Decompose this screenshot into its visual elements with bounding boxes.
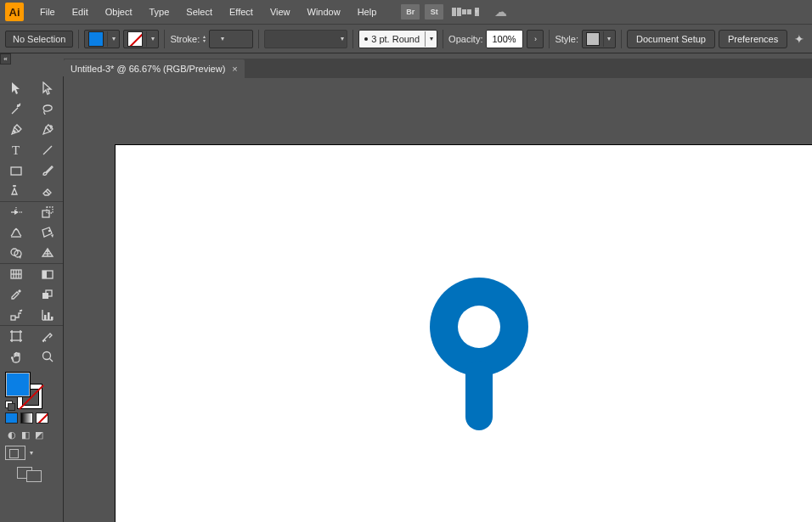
document-tab[interactable]: Untitled-3* @ 66.67% (RGB/Preview) × — [64, 59, 245, 78]
fill-swatch-dropdown[interactable]: ▾ — [84, 30, 120, 48]
svg-rect-26 — [11, 316, 15, 320]
selection-tool[interactable] — [0, 76, 31, 99]
dot-icon — [364, 37, 368, 41]
svg-line-28 — [20, 310, 22, 312]
gradient-tool[interactable] — [31, 264, 63, 284]
sync-icon[interactable]: ☁ — [494, 4, 507, 20]
brush-definition-select[interactable]: 3 pt. Round ▾ — [358, 30, 437, 48]
color-mode-row — [5, 413, 63, 424]
menu-bar: Ai File Edit Object Type Select Effect V… — [0, 0, 812, 24]
menu-help[interactable]: Help — [350, 3, 385, 20]
svg-point-43 — [42, 352, 50, 360]
perspective-grid-tool[interactable] — [31, 243, 63, 263]
document-tab-title: Untitled-3* @ 66.67% (RGB/Preview) — [70, 64, 225, 74]
mesh-tool[interactable] — [0, 264, 31, 284]
line-segment-tool[interactable] — [31, 140, 63, 160]
shape-builder-tool[interactable] — [0, 243, 31, 263]
screen-mode-button[interactable]: ▾ — [5, 446, 63, 460]
color-mode-solid[interactable] — [5, 413, 18, 424]
stroke-swatch — [127, 31, 143, 47]
edit-toggle-icon[interactable] — [17, 467, 63, 482]
stroke-weight-select[interactable]: ▾ — [209, 30, 253, 48]
curvature-tool[interactable] — [31, 120, 63, 140]
menu-window[interactable]: Window — [300, 3, 348, 20]
paintbrush-tool[interactable] — [31, 160, 63, 181]
shaper-tool[interactable] — [0, 181, 31, 201]
draw-normal-icon[interactable]: ◐ — [5, 429, 19, 441]
menu-object[interactable]: Object — [98, 3, 140, 20]
swap-fill-stroke-icon[interactable] — [5, 401, 14, 409]
width-tool[interactable] — [0, 222, 31, 243]
svg-rect-34 — [12, 332, 20, 340]
document-setup-button[interactable]: Document Setup — [627, 30, 715, 48]
stroke-weight-stepper[interactable]: ▴▾ — [203, 35, 206, 43]
bridge-button[interactable]: Br — [401, 4, 420, 20]
symbol-sprayer-tool[interactable] — [0, 305, 31, 325]
scale-tool[interactable] — [31, 202, 63, 222]
opacity-value: 100% — [492, 34, 516, 44]
menu-type[interactable]: Type — [142, 3, 178, 20]
artboard[interactable] — [115, 144, 812, 522]
zoom-tool[interactable] — [31, 346, 63, 367]
svg-rect-31 — [44, 315, 47, 320]
magic-wand-tool[interactable] — [0, 99, 31, 120]
free-transform-tool[interactable] — [31, 222, 63, 243]
color-mode-none[interactable] — [36, 413, 48, 424]
arrange-documents-button[interactable]: ▾ — [452, 8, 479, 16]
menu-view[interactable]: View — [262, 3, 298, 20]
svg-rect-23 — [42, 271, 47, 278]
chevron-down-icon: ▾ — [146, 31, 158, 47]
opacity-flyout-button[interactable]: › — [527, 30, 544, 48]
preferences-button[interactable]: Preferences — [719, 30, 787, 48]
direct-selection-tool[interactable] — [31, 76, 63, 99]
pen-tool[interactable] — [0, 120, 31, 140]
fill-indicator[interactable] — [5, 372, 31, 397]
opacity-field[interactable]: 100% — [486, 30, 523, 48]
draw-behind-icon[interactable]: ◧ — [19, 429, 32, 441]
chevron-down-icon: ▾ — [341, 35, 344, 42]
menu-edit[interactable]: Edit — [65, 3, 96, 20]
svg-point-9 — [14, 228, 16, 230]
svg-point-47 — [458, 306, 500, 348]
rectangle-tool[interactable] — [0, 160, 31, 181]
lasso-tool[interactable] — [31, 99, 63, 120]
align-flyout-icon[interactable]: ✦ — [794, 32, 804, 46]
type-tool[interactable]: T — [0, 140, 31, 160]
tools-panel: T ◐ ◧ — [0, 76, 64, 522]
svg-line-44 — [49, 359, 53, 362]
eyedropper-tool[interactable] — [0, 284, 31, 305]
draw-inside-icon[interactable]: ◩ — [32, 429, 46, 441]
blend-tool[interactable] — [31, 284, 63, 305]
slice-tool[interactable] — [31, 326, 63, 346]
svg-point-11 — [48, 230, 49, 232]
rotate-tool[interactable] — [0, 202, 31, 222]
menu-effect[interactable]: Effect — [222, 3, 261, 20]
graphic-style-dropdown[interactable]: ▾ — [582, 30, 616, 48]
eraser-tool[interactable] — [31, 181, 63, 201]
close-icon[interactable]: × — [232, 64, 237, 74]
control-bar: No Selection ▾ ▾ Stroke: ▴▾ ▾ ▾ 3 pt. Ro… — [0, 24, 812, 53]
artwork-shape[interactable] — [428, 276, 530, 439]
panel-expand-tab[interactable]: « — [0, 53, 11, 65]
svg-rect-46 — [465, 361, 493, 430]
svg-rect-33 — [51, 317, 54, 320]
chevron-down-icon: ▾ — [603, 31, 615, 47]
brush-label: 3 pt. Round — [371, 34, 420, 44]
stock-button[interactable]: St — [425, 4, 443, 20]
opacity-label: Opacity: — [448, 34, 482, 44]
svg-rect-7 — [42, 210, 49, 217]
canvas-area[interactable] — [64, 78, 812, 522]
chevron-down-icon: ▾ — [425, 31, 437, 47]
menu-file[interactable]: File — [32, 3, 63, 20]
variable-width-profile-select[interactable]: ▾ — [264, 30, 347, 48]
hand-tool[interactable] — [0, 346, 31, 367]
color-mode-gradient[interactable] — [20, 413, 33, 424]
artboard-tool[interactable] — [0, 326, 31, 346]
fill-stroke-indicator[interactable] — [5, 372, 42, 409]
svg-rect-32 — [48, 312, 50, 320]
menu-select[interactable]: Select — [178, 3, 220, 20]
style-label: Style: — [555, 34, 578, 44]
column-graph-tool[interactable] — [31, 305, 63, 325]
stroke-swatch-dropdown[interactable]: ▾ — [123, 30, 159, 48]
screen-mode-icon — [5, 446, 25, 460]
